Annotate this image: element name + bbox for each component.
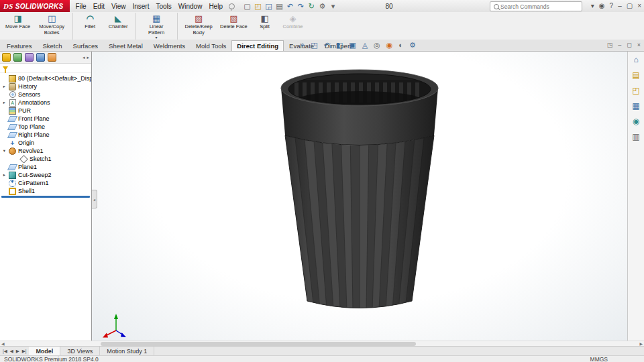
panel-splitter-handle[interactable]: ◂: [92, 190, 97, 208]
menu-item[interactable]: Insert: [129, 3, 152, 10]
tab-direct-editing[interactable]: Direct Editing: [231, 40, 284, 51]
menu-item[interactable]: Edit: [90, 3, 108, 10]
maximize-doc-icon[interactable]: ◻: [627, 42, 631, 48]
new-file-icon[interactable]: ▢: [243, 1, 252, 12]
tree-item-shell1[interactable]: Shell1: [0, 187, 91, 195]
expand-arrow-icon[interactable]: ▸: [2, 100, 7, 105]
hide-show-items-icon[interactable]: ◎: [374, 41, 380, 50]
ribbon-button-label: Split: [260, 24, 270, 30]
tab-features[interactable]: Features: [1, 40, 38, 51]
next-tab-icon[interactable]: ▶: [16, 349, 19, 354]
redo-icon[interactable]: ↷: [297, 1, 305, 12]
display-style-icon[interactable]: ◬: [362, 41, 368, 50]
view-palette-icon[interactable]: ▦: [632, 101, 639, 111]
tab-sketch[interactable]: Sketch: [38, 40, 68, 51]
help-icon[interactable]: ?: [610, 0, 614, 12]
chamfer-button[interactable]: Chamfer: [104, 13, 132, 40]
tree-item-front-plane[interactable]: Front Plane: [0, 115, 91, 123]
expand-arrow-icon[interactable]: ▸: [2, 84, 7, 89]
minimize-icon[interactable]: –: [618, 0, 622, 12]
tree-item-revolve1[interactable]: ▾ Revolve1: [0, 147, 91, 155]
home-icon[interactable]: ⌂: [633, 55, 638, 64]
tree-item-cirpattern1[interactable]: CirPattern1: [0, 179, 91, 187]
dock-icon[interactable]: ◳: [607, 42, 613, 48]
split-button[interactable]: Split: [251, 13, 279, 40]
print-icon[interactable]: ▤: [275, 1, 284, 12]
section-view-icon[interactable]: ◧: [336, 41, 343, 50]
propertymanager-tab-icon[interactable]: [13, 53, 22, 62]
prev-tab-icon[interactable]: ◀: [10, 349, 13, 354]
featuremanager-tab-icon[interactable]: [2, 53, 11, 62]
filter-icon[interactable]: [3, 66, 8, 70]
combine-button[interactable]: Combine: [279, 13, 307, 40]
search-dropdown-icon[interactable]: ▾: [591, 0, 594, 12]
rollback-bar[interactable]: [1, 196, 90, 198]
file-explorer-icon[interactable]: ◰: [632, 86, 639, 95]
search-input[interactable]: [499, 3, 580, 11]
expand-arrow-icon[interactable]: ▸: [2, 172, 7, 178]
tree-item-history[interactable]: ▸ History: [0, 82, 91, 90]
first-tab-icon[interactable]: |◀: [3, 349, 7, 354]
tree-item-sketch1[interactable]: Sketch1: [0, 155, 91, 163]
appearances-icon[interactable]: ◉: [633, 117, 639, 126]
move-copy-bodies-button[interactable]: Move/Copy Bodies: [34, 13, 70, 40]
search-box[interactable]: [490, 1, 582, 11]
minimize-doc-icon[interactable]: –: [618, 42, 621, 48]
custom-properties-icon[interactable]: ▥: [632, 132, 639, 141]
tab-mold-tools[interactable]: Mold Tools: [191, 40, 231, 51]
previous-view-icon[interactable]: ↶: [324, 41, 330, 50]
menu-item[interactable]: File: [72, 3, 90, 10]
delete-keep-body-button[interactable]: Delete/Keep Body: [177, 13, 217, 40]
tree-item-plane1[interactable]: Plane1: [0, 163, 91, 171]
close-icon[interactable]: ×: [637, 0, 641, 12]
dimxpertmanager-tab-icon[interactable]: [36, 53, 45, 62]
zoom-area-icon[interactable]: ◳: [311, 41, 317, 50]
tab-model[interactable]: Model: [29, 347, 60, 356]
tab-sheet-metal[interactable]: Sheet Metal: [103, 40, 148, 51]
tab-weldments[interactable]: Weldments: [148, 40, 191, 51]
edit-appearance-icon[interactable]: ◉: [386, 41, 393, 50]
apply-scene-icon[interactable]: ◐: [398, 41, 403, 50]
user-icon[interactable]: ◉: [599, 0, 605, 12]
linear-pattern-button[interactable]: Linear Pattern ▾: [135, 13, 174, 40]
tab-surfaces[interactable]: Surfaces: [68, 40, 104, 51]
collapse-left-icon[interactable]: ◂: [83, 55, 85, 60]
tree-item-cut-sweep2[interactable]: ▸ Cut-Sweep2: [0, 171, 91, 179]
delete-face-button[interactable]: Delete Face: [217, 13, 250, 40]
tree-item-material[interactable]: PUR: [0, 107, 91, 115]
menu-item[interactable]: Window: [175, 3, 206, 10]
tree-item-root[interactable]: 80 (Default<<Default>_Display Stat: [0, 74, 91, 82]
tree-item-right-plane[interactable]: Right Plane: [0, 131, 91, 139]
rebuild-icon[interactable]: ↻: [307, 1, 316, 12]
fillet-button[interactable]: Fillet: [72, 13, 104, 40]
displaymanager-tab-icon[interactable]: [48, 53, 56, 62]
tab-3d-views[interactable]: 3D Views: [60, 347, 100, 356]
undo-icon[interactable]: ↶: [286, 1, 294, 12]
view-orientation-icon[interactable]: ▣: [349, 41, 356, 50]
zoom-fit-icon[interactable]: ⌖: [301, 41, 305, 50]
menu-item[interactable]: View: [108, 3, 129, 10]
tab-motion-study-1[interactable]: Motion Study 1: [100, 347, 154, 356]
move-face-button[interactable]: Move Face: [2, 13, 34, 40]
units-indicator[interactable]: MMGS: [590, 356, 608, 362]
ribbon-button-icon: [48, 14, 56, 23]
tree-item-annotations[interactable]: ▸ Annotations: [0, 99, 91, 107]
close-doc-icon[interactable]: ×: [637, 42, 641, 48]
view-settings-icon[interactable]: ⚙: [409, 41, 416, 50]
menu-item[interactable]: Tools: [152, 3, 174, 10]
design-library-icon[interactable]: ▤: [632, 70, 639, 80]
study-tab-bar: |◀◀▶▶| Model3D ViewsMotion Study 1: [0, 346, 644, 356]
collapse-right-icon[interactable]: ▸: [87, 55, 89, 60]
tree-item-origin[interactable]: Origin: [0, 139, 91, 147]
last-tab-icon[interactable]: ▶|: [22, 349, 27, 354]
configurationmanager-tab-icon[interactable]: [25, 53, 34, 62]
tree-item-top-plane[interactable]: Top Plane: [0, 123, 91, 131]
graphics-area[interactable]: [92, 52, 628, 341]
menu-item[interactable]: Help: [205, 3, 226, 10]
tree-item-sensors[interactable]: Sensors: [0, 90, 91, 99]
pin-icon[interactable]: [229, 3, 235, 9]
open-file-icon[interactable]: ◰: [254, 1, 262, 12]
save-icon[interactable]: ◲: [264, 1, 273, 12]
expand-arrow-icon[interactable]: ▾: [2, 148, 7, 154]
maximize-icon[interactable]: ▢: [627, 0, 633, 12]
